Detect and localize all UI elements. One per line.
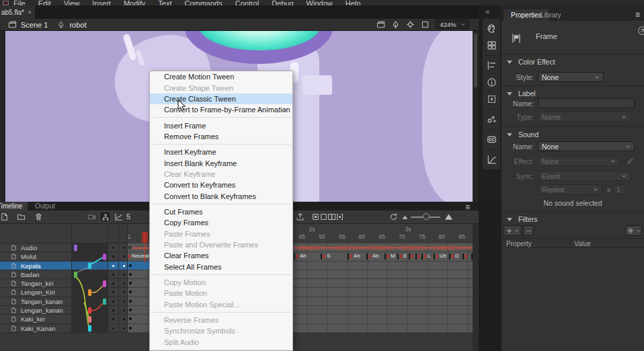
parenting-cell[interactable] <box>71 279 108 287</box>
menu-view[interactable]: View <box>64 0 80 5</box>
color-effect-section-header[interactable]: Color Effect <box>507 58 555 66</box>
layer-row-kaki_kiri[interactable]: Kaki_kiri <box>0 315 128 323</box>
stage-vertical-scrollbar[interactable] <box>473 31 479 202</box>
parenting-cell[interactable] <box>71 297 108 305</box>
remove-filter-button[interactable] <box>523 225 534 236</box>
layer-row-kepala[interactable]: Kepala <box>0 262 128 270</box>
menu-debug[interactable]: Debug <box>272 0 293 5</box>
menu-window[interactable]: Window <box>307 0 333 5</box>
transform-panel-icon[interactable] <box>483 91 500 108</box>
menu-item-insert-blank-keyframe[interactable]: Insert Blank Keyframe <box>150 157 292 168</box>
zoom-in-timeline-button[interactable] <box>444 212 453 221</box>
help-arrow-icon[interactable] <box>637 26 644 36</box>
timeline-panel-menu-icon[interactable]: ≡ <box>465 202 470 212</box>
menu-item-convert-to-keyframes[interactable]: Convert to Keyframes <box>150 180 292 190</box>
timeline-tab-output[interactable]: Output <box>30 202 61 210</box>
layer-visibility-dot[interactable] <box>112 327 114 329</box>
layer-row-lengan_kanan[interactable]: Lengan_kanan <box>0 306 128 315</box>
zoom-out-timeline-button[interactable] <box>401 212 409 221</box>
layer-visibility-dot[interactable] <box>112 265 114 267</box>
brush-library-panel-icon[interactable] <box>483 111 500 128</box>
layer-lock-dot[interactable] <box>123 291 125 293</box>
swatches-panel-icon[interactable] <box>483 37 500 54</box>
show-parenting-button[interactable] <box>99 211 111 223</box>
layer-lock-dot[interactable] <box>123 309 125 311</box>
layer-lock-dot[interactable] <box>123 301 125 303</box>
layer-visibility-dot[interactable] <box>112 282 114 284</box>
layer-row-badan[interactable]: Badan <box>0 270 128 279</box>
stage-zoom-dropdown[interactable]: 424% <box>436 20 469 29</box>
clip-content-button[interactable] <box>421 20 430 29</box>
label-section-header[interactable]: Label <box>507 89 536 98</box>
menu-edit[interactable]: Edit <box>38 0 51 5</box>
layer-row-tangan_kiri[interactable]: Tangan_kiri <box>0 279 128 288</box>
menu-item-create-classic-tween[interactable]: Create Classic Tween <box>150 93 292 104</box>
parenting-cell[interactable] <box>71 252 108 260</box>
menu-modify[interactable]: Modify <box>124 0 145 5</box>
add-filter-button[interactable] <box>504 225 522 236</box>
layer-lock-dot[interactable] <box>123 256 125 258</box>
layer-visibility-dot[interactable] <box>112 274 114 276</box>
close-tab-icon[interactable]: × <box>28 9 32 16</box>
style-dropdown[interactable]: None <box>538 72 604 82</box>
sound-section-header[interactable]: Sound <box>507 130 538 139</box>
filter-options-button[interactable] <box>625 225 642 236</box>
collapse-dock-icon[interactable]: « <box>485 7 489 15</box>
parenting-cell[interactable] <box>71 243 108 251</box>
properties-panel-menu-icon[interactable]: ≡ <box>635 10 640 20</box>
parenting-cell[interactable] <box>71 270 108 278</box>
timeline-vertical-scrollbar[interactable] <box>473 224 479 351</box>
label-name-input[interactable] <box>538 98 635 108</box>
graph-editor-button[interactable] <box>114 212 123 221</box>
edit-scene-button[interactable] <box>376 20 385 29</box>
layer-visibility-dot[interactable] <box>112 301 114 303</box>
timeline-tab-timeline[interactable]: Timeline <box>0 202 28 210</box>
layer-visibility-dot[interactable] <box>112 291 114 293</box>
sound-name-dropdown[interactable]: None <box>538 141 635 151</box>
menu-text[interactable]: Text <box>158 0 171 5</box>
menu-item-remove-frames[interactable]: Remove Frames <box>150 131 292 142</box>
filters-section-header[interactable]: Filters <box>507 215 538 223</box>
menu-item-copy-frames[interactable]: Copy Frames <box>150 217 292 228</box>
layer-visibility-dot[interactable] <box>112 256 114 258</box>
new-layer-button[interactable] <box>0 212 9 221</box>
properties-tab-library[interactable]: Library <box>534 9 568 21</box>
menu-item-select-all-frames[interactable]: Select All Frames <box>150 262 292 272</box>
layer-lock-dot[interactable] <box>123 318 125 320</box>
menu-item-convert-to-blank-keyframes[interactable]: Convert to Blank Keyframes <box>150 190 292 201</box>
delete-layer-button[interactable] <box>34 212 43 221</box>
layer-visibility-dot[interactable] <box>112 247 114 249</box>
layer-lock-dot[interactable] <box>123 282 125 284</box>
loop-playback-button[interactable] <box>389 212 398 221</box>
layer-row-mulut[interactable]: Mulut <box>0 252 128 261</box>
cc-libraries-panel-icon[interactable] <box>483 131 500 148</box>
menu-item-cut-frames[interactable]: Cut Frames <box>150 206 292 217</box>
new-folder-button[interactable] <box>17 212 26 221</box>
menu-control[interactable]: Control <box>235 0 259 5</box>
layer-row-lengan_kiri[interactable]: Lengan_Kiri <box>0 288 128 297</box>
add-camera-button[interactable] <box>87 212 96 221</box>
edit-sound-icon[interactable] <box>627 157 634 165</box>
layer-visibility-dot[interactable] <box>112 318 114 320</box>
menu-item-insert-frame[interactable]: Insert Frame <box>150 120 292 130</box>
menu-item-convert-to-frame-by-frame-animation[interactable]: Convert to Frame-by-Frame Animation› <box>150 104 292 115</box>
document-tab[interactable]: ab5.fla* × <box>0 5 35 19</box>
menu-insert[interactable]: Insert <box>92 0 111 5</box>
timeline-zoom-knob[interactable] <box>423 213 430 220</box>
layer-row-audio[interactable]: Audio <box>0 243 128 252</box>
color-panel-icon[interactable] <box>483 20 500 37</box>
parenting-cell[interactable] <box>71 315 108 323</box>
layer-lock-dot[interactable] <box>123 274 125 276</box>
parenting-cell[interactable] <box>71 324 108 332</box>
export-frames-button[interactable] <box>296 212 305 221</box>
menu-file[interactable]: File <box>13 0 26 5</box>
menu-commands[interactable]: Commands <box>184 0 222 5</box>
layer-lock-dot[interactable] <box>123 265 125 267</box>
menu-help[interactable]: Help <box>346 0 361 5</box>
parenting-cell[interactable] <box>71 306 108 314</box>
menu-item-create-motion-tween[interactable]: Create Motion Tween <box>150 71 292 82</box>
menu-item-clear-frames[interactable]: Clear Frames <box>150 250 292 261</box>
parenting-cell[interactable] <box>71 262 108 270</box>
breadcrumb-scene[interactable]: Scene 1 <box>21 21 48 29</box>
layer-lock-dot[interactable] <box>123 327 125 329</box>
